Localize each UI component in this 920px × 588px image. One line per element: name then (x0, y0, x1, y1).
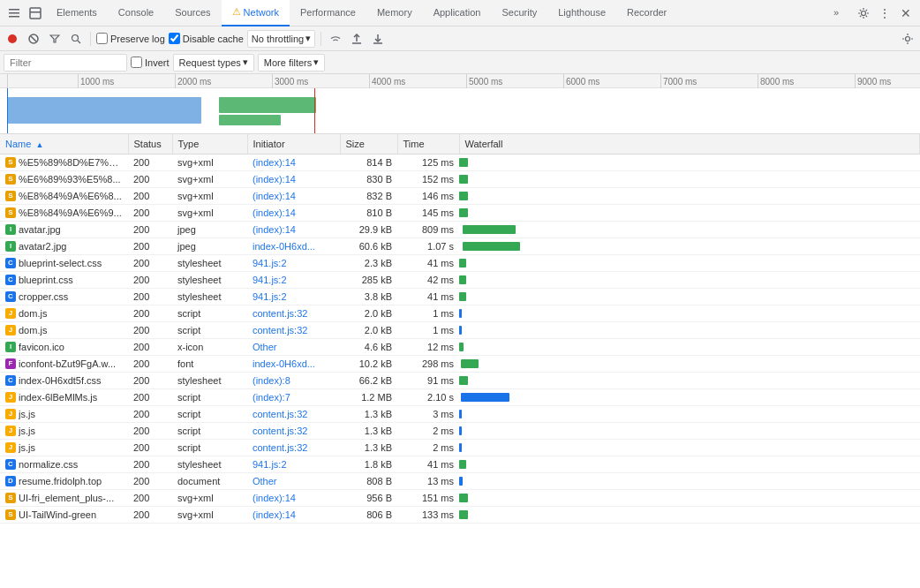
col-header-initiator[interactable]: Initiator (247, 134, 340, 154)
preserve-log-label[interactable]: Preserve log (96, 33, 165, 44)
table-row[interactable]: I avatar.jpg 200 jpeg (index):14 29.9 kB… (0, 221, 920, 237)
tab-more[interactable]: » (823, 0, 849, 26)
more-options-icon[interactable]: ⋮ (874, 3, 895, 24)
timeline-area: 1000 ms 2000 ms 3000 ms 4000 ms 5000 ms … (0, 74, 920, 134)
cell-status: 200 (128, 321, 172, 338)
table-row[interactable]: J js.js 200 script content.js:32 1.3 kB … (0, 439, 920, 456)
tab-recorder[interactable]: Recorder (616, 0, 677, 26)
request-types-button[interactable]: Request types ▾ (173, 54, 254, 72)
table-row[interactable]: J dom.js 200 script content.js:32 2.0 kB… (0, 321, 920, 338)
row-type-icon: D (5, 476, 16, 486)
row-type-icon: F (5, 358, 16, 369)
search-button[interactable] (67, 30, 85, 48)
table-row[interactable]: C blueprint.css 200 stylesheet 941.js:2 … (0, 271, 920, 288)
tab-application[interactable]: Application (423, 0, 492, 26)
more-filters-button[interactable]: More filters ▾ (258, 54, 325, 72)
timeline-green-bar (219, 97, 316, 113)
initiator-link[interactable]: Other (253, 342, 277, 352)
tab-security[interactable]: Security (491, 0, 547, 26)
filter-input[interactable] (4, 54, 127, 72)
initiator-link[interactable]: content.js:32 (253, 325, 307, 335)
disable-cache-checkbox[interactable] (169, 33, 180, 44)
initiator-link[interactable]: (index):14 (253, 493, 296, 503)
cell-waterfall (459, 355, 920, 372)
col-header-type[interactable]: Type (172, 134, 247, 154)
upload-icon[interactable] (348, 30, 366, 48)
col-header-time[interactable]: Time (397, 134, 459, 154)
devtools-dock-icon[interactable] (25, 3, 46, 24)
table-row[interactable]: S %E5%89%8D%E7%9A... 200 svg+xml (index)… (0, 154, 920, 170)
table-row[interactable]: S %E8%84%9A%E6%8... 200 svg+xml (index):… (0, 187, 920, 204)
waterfall-bar (459, 510, 468, 519)
tab-network[interactable]: ⚠ Network (222, 0, 290, 26)
initiator-link[interactable]: Other (253, 476, 277, 486)
table-row[interactable]: S UI-TailWind-green 200 svg+xml (index):… (0, 506, 920, 523)
devtools-menu-icon[interactable] (4, 3, 25, 24)
initiator-link[interactable]: content.js:32 (253, 409, 307, 419)
table-row[interactable]: I avatar2.jpg 200 jpeg index-0H6xd... 60… (0, 237, 920, 254)
table-row[interactable]: C normalize.css 200 stylesheet 941.js:2 … (0, 456, 920, 472)
settings-icon[interactable] (853, 3, 874, 24)
tab-sources[interactable]: Sources (164, 0, 221, 26)
initiator-link[interactable]: (index):14 (253, 174, 296, 185)
initiator-link[interactable]: (index):14 (253, 509, 296, 520)
waterfall-bar (463, 242, 520, 251)
table-row[interactable]: C index-0H6xdt5f.css 200 stylesheet (ind… (0, 372, 920, 388)
table-row[interactable]: J index-6lBeMlMs.js 200 script (index):7… (0, 388, 920, 405)
disable-cache-label[interactable]: Disable cache (169, 33, 244, 44)
table-row[interactable]: S UI-fri_element_plus-... 200 svg+xml (i… (0, 489, 920, 506)
ruler-tick-8: 8000 ms (758, 74, 794, 88)
col-header-name[interactable]: Name ▲ (0, 134, 128, 154)
initiator-link[interactable]: 941.js:2 (253, 275, 287, 285)
tab-performance[interactable]: Performance (290, 0, 366, 26)
table-row[interactable]: C cropper.css 200 stylesheet 941.js:2 3.… (0, 288, 920, 305)
initiator-link[interactable]: (index):14 (253, 157, 296, 168)
table-row[interactable]: J js.js 200 script content.js:32 1.3 kB … (0, 422, 920, 439)
record-button[interactable] (4, 30, 21, 48)
initiator-link[interactable]: (index):7 (253, 392, 290, 403)
clear-button[interactable] (25, 30, 42, 48)
throttle-chevron-icon: ▾ (305, 33, 311, 44)
initiator-link[interactable]: index-0H6xd... (253, 358, 315, 369)
wifi-icon[interactable] (327, 30, 344, 48)
initiator-link[interactable]: content.js:32 (253, 308, 307, 319)
tab-memory[interactable]: Memory (366, 0, 423, 26)
tab-elements[interactable]: Elements (46, 0, 108, 26)
table-row[interactable]: C blueprint-select.css 200 stylesheet 94… (0, 254, 920, 271)
table-row[interactable]: S %E8%84%9A%E6%9... 200 svg+xml (index):… (0, 204, 920, 221)
filter-toggle-button[interactable] (46, 30, 64, 48)
table-row[interactable]: J js.js 200 script content.js:32 1.3 kB … (0, 405, 920, 422)
initiator-link[interactable]: 941.js:2 (253, 291, 287, 302)
table-row[interactable]: J dom.js 200 script content.js:32 2.0 kB… (0, 305, 920, 321)
initiator-link[interactable]: 941.js:2 (253, 459, 287, 470)
table-row[interactable]: D resume.fridolph.top 200 document Other… (0, 472, 920, 489)
preserve-log-checkbox[interactable] (96, 33, 108, 44)
tab-lighthouse[interactable]: Lighthouse (547, 0, 616, 26)
table-row[interactable]: F iconfont-bZut9FgA.w... 200 font index-… (0, 355, 920, 372)
initiator-link[interactable]: (index):14 (253, 224, 296, 235)
col-header-status[interactable]: Status (128, 134, 172, 154)
initiator-link[interactable]: 941.js:2 (253, 258, 287, 268)
initiator-link[interactable]: content.js:32 (253, 442, 307, 453)
network-table-container[interactable]: Name ▲ Status Type Initiator Size Time W… (0, 134, 920, 588)
download-icon[interactable] (369, 30, 387, 48)
row-name-text: js.js (19, 426, 35, 436)
initiator-link[interactable]: (index):14 (253, 207, 296, 218)
col-header-size[interactable]: Size (340, 134, 397, 154)
cell-size: 10.2 kB (340, 355, 397, 372)
table-row[interactable]: I favicon.ico 200 x-icon Other 4.6 kB 12… (0, 338, 920, 355)
cell-size: 2.0 kB (340, 305, 397, 321)
initiator-link[interactable]: index-0H6xd... (253, 241, 315, 252)
invert-checkbox[interactable] (131, 57, 142, 68)
initiator-link[interactable]: content.js:32 (253, 426, 307, 436)
initiator-link[interactable]: (index):14 (253, 191, 296, 201)
tab-console[interactable]: Console (108, 0, 164, 26)
initiator-link[interactable]: (index):8 (253, 375, 290, 386)
throttle-dropdown[interactable]: No throttling ▾ (247, 30, 315, 48)
invert-label[interactable]: Invert (131, 57, 170, 68)
cell-initiator: 941.js:2 (247, 271, 340, 288)
table-row[interactable]: S %E6%89%93%E5%8... 200 svg+xml (index):… (0, 170, 920, 187)
settings-network-icon[interactable] (899, 30, 916, 48)
close-icon[interactable]: ✕ (895, 3, 916, 24)
col-header-waterfall[interactable]: Waterfall (459, 134, 920, 154)
